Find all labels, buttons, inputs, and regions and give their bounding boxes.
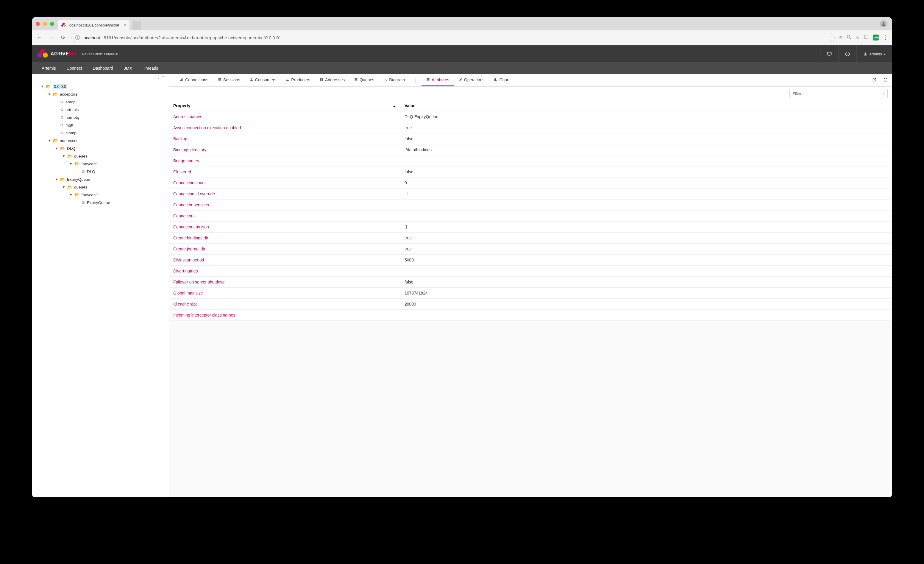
tab-queues[interactable]: Queues (350, 74, 379, 86)
tab-diagram[interactable]: Diagram (379, 74, 410, 86)
browser-tab[interactable]: localhost:8161/console/jmx/at × (58, 20, 129, 30)
tree-collapse-icon[interactable]: ⌄ (157, 75, 160, 80)
tab-sessions[interactable]: Sessions (213, 74, 245, 86)
filter-clear-icon[interactable]: × (882, 92, 884, 96)
popout-icon[interactable] (872, 78, 876, 83)
tab-operations[interactable]: Operations (454, 74, 489, 86)
header-help-icon[interactable]: ? (838, 45, 856, 62)
property-link[interactable]: Connectors as json (173, 224, 209, 229)
property-link[interactable]: Disk scan period (173, 257, 204, 262)
header-user-menu[interactable]: artemis ▾ (856, 45, 892, 62)
chevron-down-icon[interactable] (69, 193, 73, 197)
property-link[interactable]: Global max size (173, 291, 203, 295)
tab-attributes[interactable]: Attributes (422, 74, 454, 86)
window-minimize-button[interactable] (43, 22, 47, 26)
nav-back-button[interactable]: ← (36, 35, 43, 41)
tree-leaf-amqp[interactable]: ⚙amqp (35, 98, 166, 106)
chevron-down-icon[interactable] (55, 177, 58, 181)
site-info-icon[interactable]: i (75, 35, 80, 40)
tab-addresses[interactable]: Addresses (315, 74, 350, 86)
nav-forward-button[interactable]: → (48, 35, 55, 41)
property-link[interactable]: Connection ttl override (173, 191, 215, 196)
property-value: true (400, 122, 892, 134)
tab-consumers[interactable]: Consumers (245, 74, 281, 86)
search-icon[interactable] (847, 35, 851, 41)
property-link[interactable]: Create bindings dir (173, 236, 208, 240)
nav-item-dashboard[interactable]: Dashboard (87, 62, 119, 74)
tab-chart[interactable]: Chart (489, 74, 514, 86)
col-property-header[interactable]: Property ▴ (169, 100, 400, 111)
bookmark-star-icon[interactable]: ☆ (855, 35, 860, 41)
tab-producers[interactable]: Producers (281, 74, 315, 86)
property-link[interactable]: Clustered (173, 170, 191, 174)
chevron-down-icon[interactable] (62, 185, 66, 189)
col-value-header[interactable]: Value (400, 100, 892, 111)
property-link[interactable]: Backup (173, 136, 187, 141)
tree-leaf-stomp[interactable]: ⚙stomp (35, 129, 166, 137)
filter-input[interactable] (790, 92, 882, 96)
property-value: false (400, 277, 892, 288)
property-link[interactable]: Incoming interceptor class names (173, 313, 236, 317)
property-link[interactable]: Divert names (173, 269, 198, 273)
chevron-down-icon[interactable] (62, 154, 66, 158)
header-terminal-icon[interactable] (820, 45, 838, 62)
property-link[interactable]: Connection count (173, 180, 206, 185)
chevron-down-icon[interactable] (69, 162, 73, 165)
tree-folder-dlq[interactable]: 📂DLQ (35, 144, 166, 152)
tree-folder-0-0-0-0[interactable]: 📂0.0.0.0 (35, 83, 166, 90)
address-bar[interactable]: i localhost:8161/console/jmx/attributes?… (72, 33, 835, 42)
svg-point-0 (883, 22, 884, 24)
chevron-down-icon[interactable] (48, 92, 51, 96)
new-tab-button[interactable] (132, 21, 141, 30)
tab-label: Operations (464, 77, 484, 82)
tree-leaf-artemis[interactable]: ⚙artemis (35, 106, 166, 113)
tree-folder-queues[interactable]: 📂queues (35, 152, 166, 160)
tree-node-label: hornetq (66, 115, 79, 120)
tree-leaf-mqtt[interactable]: ⚙mqtt (35, 121, 166, 129)
window-maximize-button[interactable] (50, 22, 54, 26)
tree-leaf-dlq[interactable]: ⚙DLQ (35, 168, 166, 175)
tree-folder--anycast-[interactable]: 📂"anycast" (35, 191, 166, 199)
property-link[interactable]: Async connection execution enabled (173, 125, 241, 130)
property-link[interactable]: Bridge names (173, 158, 199, 163)
tree-folder-addresses[interactable]: 📂addresses (35, 137, 166, 144)
app-logo[interactable]: APACHE ACTIVEMQ MANAGEMENT CONSOLE (38, 49, 118, 59)
user-label: artemis (869, 52, 882, 56)
nav-item-threads[interactable]: Threads (138, 62, 164, 74)
chevron-down-icon[interactable] (55, 146, 58, 150)
fullscreen-icon[interactable] (884, 78, 888, 83)
chevron-down-icon[interactable] (40, 84, 44, 88)
tab-separator: | (415, 78, 416, 83)
tree-folder-queues[interactable]: 📂queues (35, 183, 166, 191)
tab-connections[interactable]: Connections (175, 74, 213, 86)
extension-badge[interactable]: CORS (873, 35, 879, 41)
property-link[interactable]: Id cache size (173, 302, 198, 307)
chevron-down-icon[interactable] (48, 139, 51, 142)
nav-reload-button[interactable]: ⟳ (60, 34, 67, 41)
tree-folder-acceptors[interactable]: 📂acceptors (35, 90, 166, 98)
tree-expand-icon[interactable]: ⌃ (161, 75, 165, 80)
tree-folder-expiryqueue[interactable]: 📂ExpiryQueue (35, 175, 166, 183)
table-row: Async connection execution enabledtrue (169, 122, 892, 134)
logo-apache: APACHE (56, 53, 65, 54)
offer-icon[interactable]: ⎋ (840, 35, 842, 40)
property-link[interactable]: Connectors (173, 214, 195, 218)
browser-menu-icon[interactable]: ⋮ (883, 34, 888, 41)
property-link[interactable]: Create journal dir (173, 247, 205, 251)
table-row: Clusteredfalse (169, 167, 892, 177)
nav-item-jmx[interactable]: JMX (118, 62, 138, 74)
property-link[interactable]: Failover on server shutdown (173, 280, 226, 284)
window-close-button[interactable] (36, 22, 40, 26)
property-link[interactable]: Address names (173, 114, 202, 119)
reader-icon[interactable] (864, 35, 868, 41)
tree-folder--anycast-[interactable]: 📂"anycast" (35, 160, 166, 168)
table-row: Divert names (169, 266, 892, 277)
property-link[interactable]: Bindings directory (173, 147, 206, 152)
property-link[interactable]: Connector services (173, 203, 209, 207)
profile-icon[interactable] (880, 20, 887, 27)
tree-leaf-expiryqueue[interactable]: ⚙ExpiryQueue (35, 199, 166, 206)
nav-item-connect[interactable]: Connect (61, 62, 87, 74)
nav-item-artemis[interactable]: Artemis (36, 62, 61, 74)
tree-leaf-hornetq[interactable]: ⚙hornetq (35, 113, 166, 121)
tab-close-icon[interactable]: × (124, 23, 126, 27)
